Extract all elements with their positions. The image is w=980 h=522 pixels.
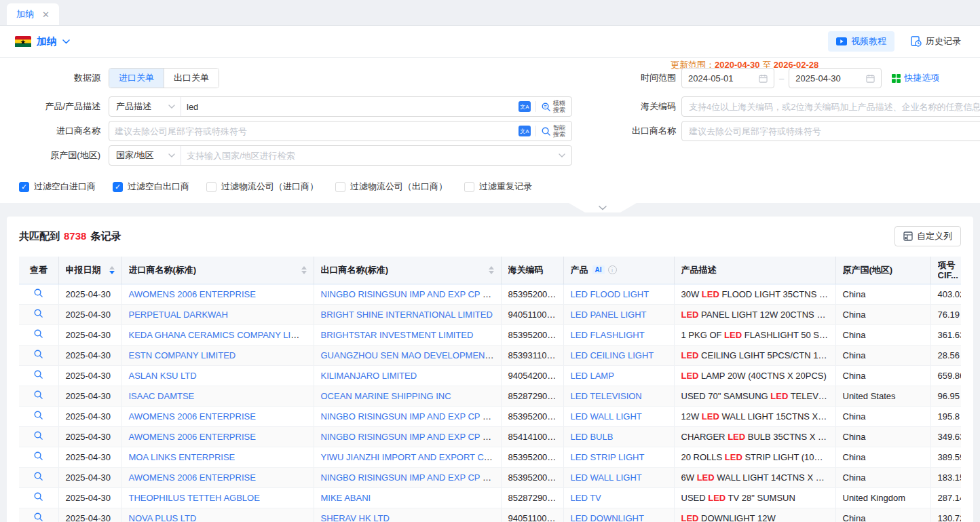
start-date-input[interactable]: 2024-05-01 <box>681 68 774 88</box>
close-icon[interactable]: ✕ <box>42 10 50 20</box>
view-record-button[interactable] <box>19 508 58 522</box>
view-magnifier-icon[interactable] <box>33 390 43 400</box>
product-link[interactable]: LED FLOOD LIGHT <box>571 289 649 299</box>
importer-link[interactable]: ISAAC DAMTSE <box>129 391 195 401</box>
customize-columns-button[interactable]: 自定义列 <box>894 226 961 246</box>
importer-input[interactable] <box>109 126 512 136</box>
column-header-cif[interactable]: 项号CIF... <box>930 257 961 284</box>
view-magnifier-icon[interactable] <box>33 471 43 481</box>
sort-icons[interactable] <box>297 266 307 274</box>
country-selector[interactable]: 加纳 <box>15 35 70 48</box>
product-link[interactable]: LED FLASHLIGHT <box>571 330 645 340</box>
view-magnifier-icon[interactable] <box>33 308 43 318</box>
importer-link[interactable]: ASLAN KSU LTD <box>129 371 197 381</box>
exporter-link[interactable]: BRIGHT SHINE INTERNATIONAL LIMITED <box>321 310 493 320</box>
exporter-input[interactable] <box>681 121 980 141</box>
checkbox-icon[interactable] <box>335 182 345 192</box>
sort-icons[interactable] <box>105 266 115 274</box>
view-record-button[interactable] <box>19 365 58 386</box>
product-link[interactable]: LED BULB <box>571 432 614 442</box>
product-link[interactable]: LED CEILING LIGHT <box>571 350 654 360</box>
exporter-link[interactable]: NINGBO RISINGSUN IMP AND EXP CP LTD <box>321 432 499 442</box>
checkbox-icon[interactable]: ✓ <box>19 182 29 192</box>
view-magnifier-icon[interactable] <box>33 430 43 441</box>
product-link[interactable]: LED LAMP <box>571 371 614 381</box>
product-link[interactable]: LED TV <box>571 493 601 503</box>
quick-options-link[interactable]: 快捷选项 <box>892 72 939 84</box>
exporter-link[interactable]: NINGBO RISINGSUN IMP AND EXP CP LTD <box>321 411 499 422</box>
importer-link[interactable]: AWOMENS 2006 ENTERPRISE <box>129 472 256 483</box>
view-record-button[interactable] <box>19 386 58 406</box>
importer-link[interactable]: AWOMENS 2006 ENTERPRISE <box>129 432 256 442</box>
exporter-link[interactable]: YIWU JIANZHI IMPORT AND EXPORT CO LTD <box>321 452 502 462</box>
filter-checkbox-4[interactable]: 过滤重复记录 <box>464 181 532 193</box>
product-link[interactable]: LED STRIP LIGHT <box>571 452 645 462</box>
view-magnifier-icon[interactable] <box>33 512 43 522</box>
view-record-button[interactable] <box>19 304 58 324</box>
exporter-link[interactable]: BRIGHTSTAR INVESTMENT LIMITED <box>321 330 474 340</box>
view-record-button[interactable] <box>19 487 58 508</box>
history-button[interactable]: 历史记录 <box>907 35 965 48</box>
importer-link[interactable]: AWOMENS 2006 ENTERPRISE <box>129 411 256 422</box>
filter-checkbox-1[interactable]: ✓过滤空白出口商 <box>113 181 189 193</box>
importer-link[interactable]: KEDA GHANA CERAMICS COMPANY LIMITED <box>129 330 314 340</box>
view-magnifier-icon[interactable] <box>33 410 43 420</box>
view-record-button[interactable] <box>19 406 58 426</box>
end-date-input[interactable]: 2025-04-30 <box>789 68 882 88</box>
product-input[interactable] <box>181 102 512 112</box>
exporter-link[interactable]: MIKE ABANI <box>321 493 371 503</box>
view-magnifier-icon[interactable] <box>33 349 43 359</box>
tab-export-declarations[interactable]: 出口关单 <box>164 69 219 88</box>
product-link[interactable]: LED WALL LIGHT <box>571 472 642 483</box>
view-magnifier-icon[interactable] <box>33 369 43 379</box>
importer-link[interactable]: ESTN COMPANY LIMITED <box>129 350 236 360</box>
column-header-exporter[interactable]: 出口商名称(标准) <box>314 257 501 284</box>
importer-link[interactable]: AWOMENS 2006 ENTERPRISE <box>129 289 256 299</box>
product-link[interactable]: LED TELEVISION <box>571 391 642 401</box>
column-header-date[interactable]: 申报日期 <box>58 257 121 284</box>
product-link[interactable]: LED DOWNLIGHT <box>571 513 644 522</box>
origin-input[interactable] <box>181 151 552 161</box>
filter-checkbox-3[interactable]: 过滤物流公司（出口商） <box>335 181 447 193</box>
translate-icon[interactable]: 文A <box>519 101 531 112</box>
view-magnifier-icon[interactable] <box>33 288 43 298</box>
view-record-button[interactable] <box>19 284 58 304</box>
exporter-link[interactable]: SHERAV HK LTD <box>321 513 390 522</box>
origin-type-select[interactable]: 国家/地区 <box>109 146 181 165</box>
info-icon[interactable]: i <box>608 265 617 274</box>
view-record-button[interactable] <box>19 324 58 345</box>
view-record-button[interactable] <box>19 467 58 487</box>
exporter-link[interactable]: NINGBO RISINGSUN IMP AND EXP CP LTD <box>321 472 499 483</box>
sort-icons[interactable] <box>485 266 494 274</box>
view-record-button[interactable] <box>19 426 58 447</box>
checkbox-icon[interactable] <box>206 182 216 192</box>
exporter-link[interactable]: KILIMANJARO LIMITED <box>321 371 417 381</box>
column-header-importer[interactable]: 进口商名称(标准) <box>121 257 314 284</box>
hs-code-input[interactable] <box>681 96 980 117</box>
importer-link[interactable]: MOA LINKS ENTERPRISE <box>129 452 235 462</box>
checkbox-icon[interactable] <box>464 182 474 192</box>
view-record-button[interactable] <box>19 447 58 467</box>
filter-checkbox-2[interactable]: 过滤物流公司（进口商） <box>206 181 318 193</box>
tab-import-declarations[interactable]: 进口关单 <box>109 69 164 88</box>
filter-checkbox-0[interactable]: ✓过滤空白进口商 <box>19 181 96 193</box>
view-record-button[interactable] <box>19 345 58 365</box>
exporter-link[interactable]: NINGBO RISINGSUN IMP AND EXP CP LTD <box>321 289 499 299</box>
exporter-link[interactable]: OCEAN MARINE SHIPPING INC <box>321 391 451 401</box>
translate-icon[interactable]: 文A <box>519 126 531 136</box>
importer-link[interactable]: NOVA PLUS LTD <box>129 513 197 522</box>
smart-search-button[interactable]: 智能 搜索 <box>541 124 565 138</box>
importer-link[interactable]: THEOPHILUS TETTEH AGBLOE <box>129 493 260 503</box>
checkbox-icon[interactable]: ✓ <box>113 182 123 192</box>
exporter-link[interactable]: GUANGZHOU SEN MAO DEVELOPMENT C... <box>321 350 502 360</box>
product-type-select[interactable]: 产品描述 <box>109 97 181 116</box>
product-link[interactable]: LED PANEL LIGHT <box>571 310 647 320</box>
view-magnifier-icon[interactable] <box>33 451 43 461</box>
view-magnifier-icon[interactable] <box>33 329 43 339</box>
video-tutorial-button[interactable]: 视频教程 <box>828 31 894 52</box>
collapse-panel-button[interactable] <box>569 203 637 212</box>
product-link[interactable]: LED WALL LIGHT <box>571 411 642 422</box>
importer-link[interactable]: PERPETUAL DARKWAH <box>129 310 228 320</box>
view-magnifier-icon[interactable] <box>33 491 43 502</box>
tab-ghana[interactable]: 加纳 ✕ <box>7 3 59 25</box>
